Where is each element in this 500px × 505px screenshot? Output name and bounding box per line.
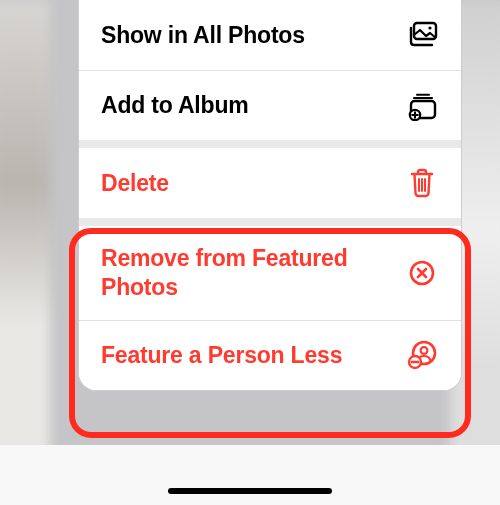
svg-point-1 — [428, 26, 431, 29]
menu-item-add-to-album[interactable]: Add to Album — [79, 70, 461, 140]
person-minus-icon — [405, 340, 439, 370]
menu-item-remove-from-featured[interactable]: Remove from Featured Photos — [79, 226, 461, 320]
menu-item-feature-person-less[interactable]: Feature a Person Less — [79, 320, 461, 390]
menu-group-2: Delete — [79, 140, 461, 218]
bottom-safe-area — [0, 445, 500, 505]
svg-point-6 — [421, 347, 428, 354]
context-menu-sheet: Show in All Photos Add to Album — [78, 0, 462, 391]
menu-group-3: Remove from Featured Photos Feature a Pe… — [79, 218, 461, 390]
x-circle-icon — [405, 258, 439, 288]
trash-icon — [405, 168, 439, 198]
menu-item-label: Show in All Photos — [101, 21, 305, 50]
album-add-icon — [405, 91, 439, 121]
menu-group-1: Show in All Photos Add to Album — [79, 0, 461, 140]
menu-item-show-in-all-photos[interactable]: Show in All Photos — [79, 0, 461, 70]
blurred-background-left — [0, 0, 50, 460]
photo-rect-icon — [405, 20, 439, 50]
menu-item-label: Add to Album — [101, 91, 249, 120]
menu-item-label: Feature a Person Less — [101, 341, 342, 370]
menu-item-delete[interactable]: Delete — [79, 148, 461, 218]
menu-item-label: Delete — [101, 169, 169, 198]
menu-item-label: Remove from Featured Photos — [101, 244, 405, 302]
home-indicator[interactable] — [168, 488, 332, 494]
